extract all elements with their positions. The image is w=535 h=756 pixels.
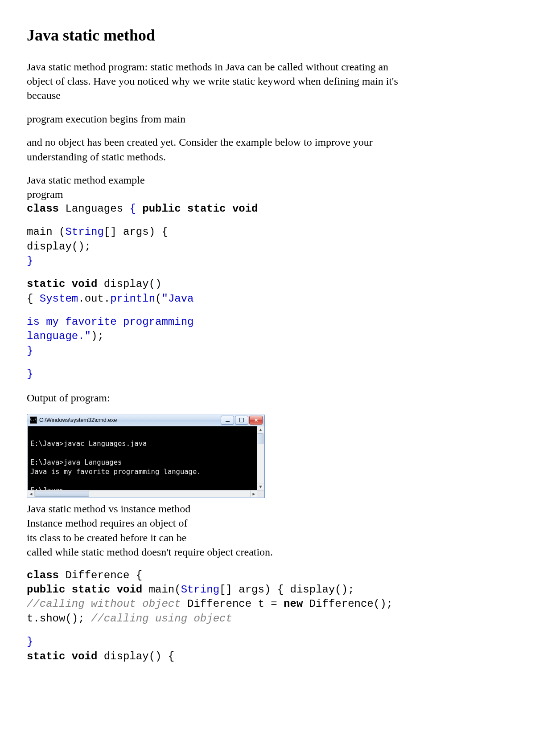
main2: main( [142, 584, 181, 596]
intro-paragraph-3: and no object has been created yet. Cons… [27, 135, 406, 164]
term-l2: E:\Java>java Languages [30, 458, 122, 466]
resize-grip[interactable] [257, 490, 264, 497]
vscroll-thumb[interactable] [258, 433, 263, 444]
term-l4: E:\Java> [30, 486, 64, 490]
brace-open-2: { [27, 293, 40, 305]
minimize-button[interactable] [221, 416, 234, 425]
cmd-icon: C:\ [30, 417, 37, 424]
tshow: t.show(); [27, 613, 91, 625]
code-block-1e: } [27, 367, 508, 381]
kw-psv: public static void [136, 203, 258, 215]
scroll-left-icon[interactable]: ◄ [28, 490, 35, 497]
output-caption: Output of program: [27, 391, 406, 405]
maximize-button[interactable] [235, 416, 248, 425]
brace-close-4: } [27, 636, 33, 648]
example-heading-l1: Java static method example [27, 174, 145, 186]
kw-psv-2: public static void [27, 584, 142, 596]
string-l2: is my favorite programming [27, 316, 193, 328]
diff-ctor: Difference(); [303, 598, 393, 610]
section2-l3: its class to be created before it can be [27, 532, 187, 544]
system: System [40, 293, 78, 305]
section2-heading: Java static method vs instance method In… [27, 502, 214, 545]
close-button[interactable]: ✕ [249, 416, 263, 425]
kw-new: new [284, 598, 303, 610]
section2-l1: Java static method vs instance method [27, 503, 190, 515]
brace-close-2: } [27, 345, 33, 357]
intro-paragraph-1: Java static method program: static metho… [27, 60, 406, 103]
vertical-scrollbar[interactable]: ▲ ▼ [257, 426, 264, 490]
main-decl: main ( [27, 226, 65, 238]
brace-open: { [129, 203, 136, 215]
scroll-right-icon[interactable]: ► [250, 490, 257, 497]
println: println [110, 293, 155, 305]
comment-1: //calling without object [27, 598, 181, 610]
scroll-up-icon[interactable]: ▲ [257, 426, 264, 433]
close-icon: ✕ [254, 418, 258, 423]
code-block-1d: is my favorite programming language."); … [27, 315, 508, 358]
window-title: C:\Windows\system32\cmd.exe [39, 417, 220, 424]
brace-close-1: } [27, 255, 33, 267]
class-name: Languages [59, 203, 129, 215]
string-l1: "Java [161, 293, 193, 305]
code-block-1: class Languages { public static void [27, 202, 508, 216]
horizontal-scrollbar[interactable]: ◄ ► [28, 490, 257, 497]
type-string: String [65, 226, 103, 238]
example-heading: Java static method example program [27, 173, 406, 202]
scroll-down-icon[interactable]: ▼ [257, 483, 264, 490]
page-title: Java static method [27, 25, 508, 46]
class-name-2: Difference { [59, 569, 142, 581]
display2: display() { [97, 650, 174, 662]
intro-paragraph-2: program execution begins from main [27, 112, 406, 126]
code-block-2b: } static void display() { [27, 635, 508, 664]
diff-decl: Difference t = [181, 598, 284, 610]
kw-static-void-2: static void [27, 650, 97, 662]
paren-close: ); [91, 330, 104, 342]
dot-out: .out. [78, 293, 110, 305]
call-display: display(); [27, 241, 91, 253]
cmd-window: C:\ C:\Windows\system32\cmd.exe ✕ E:\Jav… [27, 414, 265, 498]
minimize-icon [226, 421, 230, 422]
kw-class-2: class [27, 569, 59, 581]
terminal-body[interactable]: E:\Java>javac Languages.java E:\Java>jav… [28, 426, 257, 490]
example-heading-l2: program [27, 188, 63, 200]
hscroll-thumb[interactable] [35, 491, 89, 497]
method-name: display() [97, 278, 161, 290]
main2-rest: [] args) { display(); [219, 584, 354, 596]
type-string-2: String [181, 584, 219, 596]
main-args: [] args) { [104, 226, 168, 238]
brace-close-3: } [27, 368, 33, 380]
kw-static-void: static void [27, 278, 97, 290]
section2-paragraph: called while static method doesn't requi… [27, 545, 406, 559]
comment-2: //calling using object [91, 613, 232, 625]
kw-class: class [27, 203, 59, 215]
maximize-icon [239, 418, 244, 422]
section2-l2: Instance method requires an object of [27, 517, 188, 529]
string-l3: language." [27, 330, 91, 342]
window-buttons: ✕ [220, 416, 263, 425]
code-block-1c: static void display() { System.out.print… [27, 277, 508, 306]
term-l3: Java is my favorite programming language… [30, 468, 201, 476]
titlebar: C:\ C:\Windows\system32\cmd.exe ✕ [27, 414, 264, 426]
paren-open: ( [155, 293, 161, 305]
term-l1: E:\Java>javac Languages.java [30, 440, 147, 448]
code-block-2: class Difference { public static void ma… [27, 568, 508, 626]
code-block-1b: main (String[] args) { display(); } [27, 225, 508, 268]
